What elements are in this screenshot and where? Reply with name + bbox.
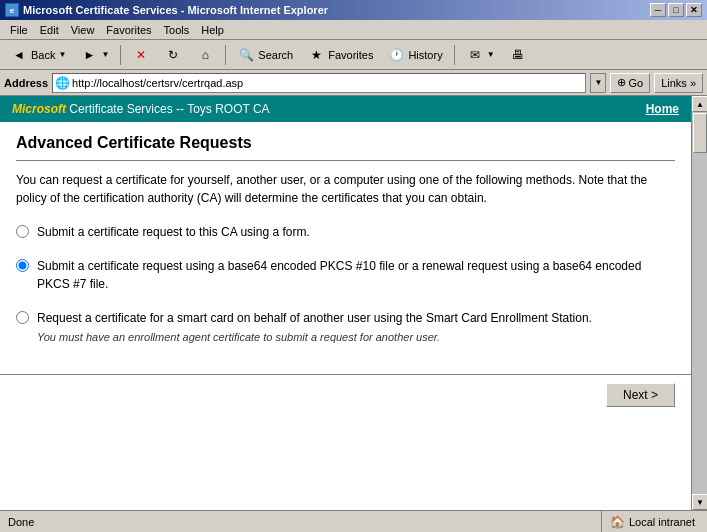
- search-icon: 🔍: [237, 46, 255, 64]
- option-3-radio[interactable]: [16, 311, 29, 324]
- banner-microsoft: Microsoft: [12, 102, 66, 116]
- scroll-track: [692, 112, 707, 494]
- zone-icon: 🏠: [610, 515, 625, 529]
- minimize-button[interactable]: ─: [650, 3, 666, 17]
- favorites-label: Favorites: [328, 49, 373, 61]
- menu-edit[interactable]: Edit: [34, 22, 65, 38]
- favorites-button[interactable]: ★ Favorites: [301, 43, 379, 67]
- menu-view[interactable]: View: [65, 22, 101, 38]
- forward-button[interactable]: ► ▼: [74, 43, 115, 67]
- history-button[interactable]: 🕐 History: [381, 43, 448, 67]
- title-bar-left: e Microsoft Certificate Services - Micro…: [5, 3, 328, 17]
- status-bar: Done 🏠 Local intranet: [0, 510, 707, 532]
- description-text: You can request a certificate for yourse…: [16, 171, 675, 207]
- address-input-container: 🌐: [52, 73, 586, 93]
- option-2-label: Submit a certificate request using a bas…: [37, 257, 675, 293]
- history-label: History: [408, 49, 442, 61]
- banner-title: Microsoft Certificate Services -- Toys R…: [12, 102, 270, 116]
- back-button[interactable]: ◄ Back ▼: [4, 43, 72, 67]
- next-button[interactable]: Next >: [606, 383, 675, 407]
- separator-1: [120, 45, 121, 65]
- links-button[interactable]: Links »: [654, 73, 703, 93]
- back-label: Back: [31, 49, 55, 61]
- option-1-label: Submit a certificate request to this CA …: [37, 223, 310, 241]
- status-zone: 🏠 Local intranet: [602, 511, 703, 532]
- go-icon: ⊕: [617, 76, 626, 89]
- refresh-button[interactable]: ↻: [158, 43, 188, 67]
- option-3: Request a certificate for a smart card o…: [16, 309, 675, 346]
- main-content: Advanced Certificate Requests You can re…: [0, 122, 691, 374]
- status-text: Done: [4, 511, 602, 532]
- refresh-icon: ↻: [164, 46, 182, 64]
- zone-label: Local intranet: [629, 516, 695, 528]
- ie-icon: e: [5, 3, 19, 17]
- scrollbar: ▲ ▼: [691, 96, 707, 510]
- menu-bar: File Edit View Favorites Tools Help: [0, 20, 707, 40]
- search-button[interactable]: 🔍 Search: [231, 43, 299, 67]
- back-dropdown-icon: ▼: [58, 50, 66, 59]
- menu-favorites[interactable]: Favorites: [100, 22, 157, 38]
- scroll-down-button[interactable]: ▼: [692, 494, 707, 510]
- search-label: Search: [258, 49, 293, 61]
- close-button[interactable]: ✕: [686, 3, 702, 17]
- page-content: Microsoft Certificate Services -- Toys R…: [0, 96, 691, 510]
- home-icon: ⌂: [196, 46, 214, 64]
- history-icon: 🕐: [387, 46, 405, 64]
- page-title: Advanced Certificate Requests: [16, 134, 675, 161]
- scroll-up-button[interactable]: ▲: [692, 96, 707, 112]
- address-input[interactable]: [72, 77, 583, 89]
- print-icon: 🖶: [509, 46, 527, 64]
- page-banner: Microsoft Certificate Services -- Toys R…: [0, 96, 691, 122]
- print-button[interactable]: 🖶: [503, 43, 533, 67]
- option-1: Submit a certificate request to this CA …: [16, 223, 675, 241]
- option-2: Submit a certificate request using a bas…: [16, 257, 675, 293]
- menu-tools[interactable]: Tools: [158, 22, 196, 38]
- mail-icon: ✉: [466, 46, 484, 64]
- stop-button[interactable]: ✕: [126, 43, 156, 67]
- window-controls: ─ □ ✕: [650, 3, 702, 17]
- toolbar: ◄ Back ▼ ► ▼ ✕ ↻ ⌂ 🔍 Search ★ Favorites …: [0, 40, 707, 70]
- globe-icon: 🌐: [55, 76, 70, 90]
- option-3-sublabel: You must have an enrollment agent certif…: [37, 329, 592, 346]
- maximize-button[interactable]: □: [668, 3, 684, 17]
- menu-file[interactable]: File: [4, 22, 34, 38]
- option-2-radio[interactable]: [16, 259, 29, 272]
- option-3-label: Request a certificate for a smart card o…: [37, 309, 592, 346]
- links-label: Links »: [661, 77, 696, 89]
- home-button[interactable]: ⌂: [190, 43, 220, 67]
- favorites-icon: ★: [307, 46, 325, 64]
- address-bar: Address 🌐 ▼ ⊕ Go Links »: [0, 70, 707, 96]
- content-area: Microsoft Certificate Services -- Toys R…: [0, 96, 707, 510]
- scroll-thumb[interactable]: [693, 113, 707, 153]
- forward-icon: ►: [80, 46, 98, 64]
- separator-2: [225, 45, 226, 65]
- back-icon: ◄: [10, 46, 28, 64]
- go-button[interactable]: ⊕ Go: [610, 73, 650, 93]
- forward-dropdown-icon: ▼: [101, 50, 109, 59]
- separator-3: [454, 45, 455, 65]
- mail-button[interactable]: ✉ ▼: [460, 43, 501, 67]
- home-link[interactable]: Home: [646, 102, 679, 116]
- stop-icon: ✕: [132, 46, 150, 64]
- address-label: Address: [4, 77, 48, 89]
- address-dropdown[interactable]: ▼: [590, 73, 606, 93]
- window-title: Microsoft Certificate Services - Microso…: [23, 4, 328, 16]
- option-1-radio[interactable]: [16, 225, 29, 238]
- next-btn-container: Next >: [0, 374, 691, 419]
- title-bar: e Microsoft Certificate Services - Micro…: [0, 0, 707, 20]
- mail-dropdown-icon: ▼: [487, 50, 495, 59]
- banner-subtitle: Certificate Services -- Toys ROOT CA: [69, 102, 269, 116]
- go-label: Go: [628, 77, 643, 89]
- menu-help[interactable]: Help: [195, 22, 230, 38]
